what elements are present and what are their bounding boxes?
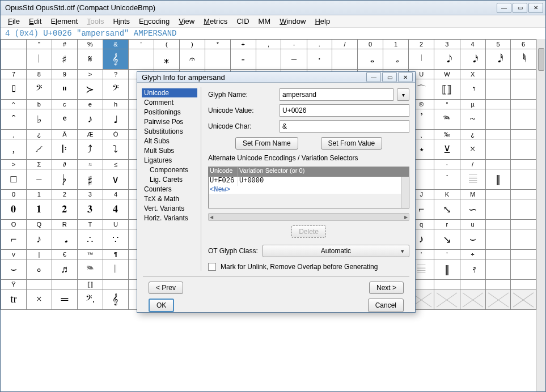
dialog-nav-item[interactable]: Lig. Carets [142, 175, 197, 184]
glyph-cell[interactable] [511, 289, 536, 310]
glyph-header-cell[interactable]: ¿ [460, 130, 485, 139]
glyph-header-cell[interactable] [511, 70, 536, 79]
glyph-cell[interactable]: ⊻ [434, 139, 460, 160]
glyph-cell[interactable]: ‖ [434, 259, 460, 280]
glyph-header-cell[interactable]: Â [52, 130, 77, 139]
alt-new-row[interactable]: <New> [209, 186, 409, 194]
glyph-header-cell[interactable] [485, 280, 511, 289]
glyph-cell[interactable]: ♯ [52, 49, 77, 70]
glyph-header-cell[interactable] [511, 220, 536, 229]
alt-horizontal-scrollbar[interactable] [208, 213, 409, 221]
glyph-cell[interactable]: 𝄐 [179, 49, 205, 70]
glyph-header-cell[interactable]: W [434, 70, 460, 79]
glyph-header-cell[interactable] [511, 190, 536, 199]
glyph-header-cell[interactable] [434, 280, 460, 289]
glyph-cell[interactable]: ⌣ [1, 259, 27, 280]
cancel-button[interactable]: Cancel [368, 299, 404, 312]
glyph-header-cell[interactable] [103, 280, 129, 289]
glyph-header-cell[interactable] [485, 160, 511, 169]
glyph-cell[interactable]: 𝄦 [1, 79, 27, 100]
glyph-cell[interactable]: ∽ [460, 199, 485, 220]
glyph-header-cell[interactable]: ÷ [460, 250, 485, 259]
glyph-cell[interactable]: – [26, 169, 52, 190]
glyph-header-cell[interactable]: > [77, 70, 103, 79]
glyph-header-cell[interactable]: 2 [409, 40, 434, 49]
glyph-cell[interactable] [485, 259, 511, 280]
glyph-cell[interactable]: × [26, 289, 52, 310]
glyph-header-cell[interactable]: 9 [52, 70, 77, 79]
dialog-nav-item[interactable]: TεX & Math [142, 194, 197, 203]
unicode-value-input[interactable] [280, 104, 409, 117]
glyph-cell[interactable]: 𝄿 [460, 259, 485, 280]
menu-view[interactable]: View [175, 16, 198, 27]
glyph-header-cell[interactable] [1, 40, 27, 49]
glyph-header-cell[interactable]: 1 [26, 190, 52, 199]
glyph-cell[interactable]: 𝄢 [26, 79, 52, 100]
glyph-header-cell[interactable]: - [281, 40, 307, 49]
unicode-char-input[interactable] [280, 120, 409, 133]
glyph-cell[interactable]: ♪ [26, 229, 52, 250]
glyph-header-cell[interactable]: b [26, 100, 52, 109]
menu-file[interactable]: File [4, 16, 24, 27]
glyph-cell[interactable] [485, 289, 511, 310]
glyph-header-cell[interactable]: ( [154, 40, 179, 49]
glyph-header-cell[interactable] [485, 70, 511, 79]
glyph-header-cell[interactable]: v [1, 250, 27, 259]
glyph-cell[interactable] [511, 199, 536, 220]
glyph-header-cell[interactable]: O [1, 220, 27, 229]
glyph-header-cell[interactable]: 4 [103, 190, 129, 199]
glyph-cell[interactable]: ⌐ [1, 229, 27, 250]
glyph-cell[interactable]: 𝄭 [52, 169, 77, 190]
dialog-nav-item[interactable]: Mult Subs [142, 146, 197, 155]
menu-window[interactable]: Window [276, 16, 310, 27]
glyph-header-cell[interactable]: 5 [485, 40, 511, 49]
glyph-cell[interactable]: 𝅥 [409, 49, 434, 70]
glyph-header-cell[interactable]: 1 [383, 40, 408, 49]
glyph-cell[interactable]: 𝄰 [77, 169, 103, 190]
glyph-header-cell[interactable]: / [332, 40, 358, 49]
glyph-cell[interactable]: 𝆱 [26, 139, 52, 160]
glyph-header-cell[interactable]: . [307, 40, 332, 49]
glyph-cell[interactable]: 𝄴 [52, 109, 77, 130]
glyph-cell[interactable]: 𝄁 [103, 259, 129, 280]
glyph-header-cell[interactable]: Σ [26, 160, 52, 169]
glyph-cell[interactable]: 𝄞 [103, 289, 129, 310]
glyph-header-cell[interactable] [485, 190, 511, 199]
menu-encoding[interactable]: Encoding [135, 16, 173, 27]
glyph-cell[interactable]: × [460, 139, 485, 160]
glyph-header-cell[interactable]: ) [179, 40, 205, 49]
glyph-cell[interactable]: ‖ [485, 169, 511, 190]
glyph-cell[interactable]: ═ [52, 289, 77, 310]
glyph-cell[interactable]: ♭ [26, 109, 52, 130]
menu-mm[interactable]: MM [255, 16, 275, 27]
ok-button[interactable]: OK [149, 299, 174, 312]
glyph-cell[interactable] [434, 289, 460, 310]
glyph-cell[interactable]: ↘ [434, 229, 460, 250]
glyph-header-cell[interactable]: ≤ [103, 160, 129, 169]
glyph-header-cell[interactable] [485, 220, 511, 229]
glyph-header-cell[interactable]: · [434, 160, 460, 169]
glyph-cell[interactable] [485, 199, 511, 220]
glyph-header-cell[interactable] [511, 130, 536, 139]
glyph-cell[interactable]: ⤴ [77, 139, 103, 160]
glyph-cell[interactable]: 𝄞 [103, 49, 129, 70]
alt-vertical-scrollbar[interactable] [401, 177, 409, 208]
glyph-cell[interactable]: ⌣ [460, 229, 485, 250]
glyph-cell[interactable] [485, 109, 511, 130]
glyph-cell[interactable] [485, 229, 511, 250]
glyph-header-cell[interactable]: 3 [434, 40, 460, 49]
glyph-header-cell[interactable]: µ [460, 100, 485, 109]
glyph-cell[interactable] [511, 169, 536, 190]
glyph-cell[interactable]: ∘ [26, 259, 52, 280]
glyph-cell[interactable] [256, 49, 281, 70]
glyph-cell[interactable]: □ [1, 169, 27, 190]
glyph-cell[interactable]: 𝅘𝅥𝅮 [434, 49, 460, 70]
glyph-header-cell[interactable]: M [460, 190, 485, 199]
glyph-cell[interactable]: ⤵ [103, 139, 129, 160]
dialog-nav-item[interactable]: Positionings [142, 108, 197, 117]
dialog-nav-item[interactable]: Pairwise Pos [142, 117, 197, 126]
glyph-cell[interactable] [511, 139, 536, 160]
glyph-header-cell[interactable] [52, 280, 77, 289]
vertical-scrollbar[interactable] [536, 39, 545, 391]
glyph-cell[interactable]: ˆ [1, 109, 27, 130]
